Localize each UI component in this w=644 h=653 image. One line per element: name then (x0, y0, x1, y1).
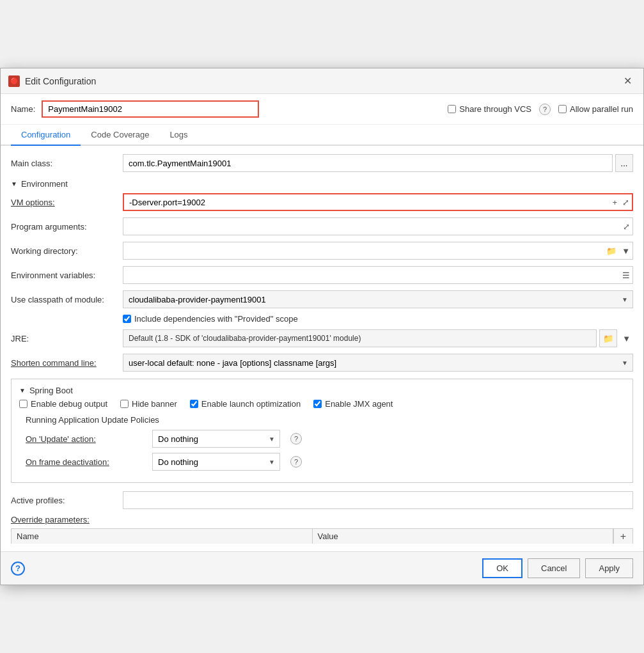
on-frame-label: On frame deactivation: (26, 457, 147, 467)
main-class-input[interactable] (123, 154, 613, 172)
edit-configuration-dialog: 🔴 Edit Configuration ✕ Name: Share throu… (0, 68, 644, 585)
env-variables-edit-icon[interactable]: ☰ (620, 269, 632, 281)
override-value-col: Value (313, 529, 614, 544)
shorten-cmd-select-wrapper: user-local default: none - java [options… (123, 354, 633, 372)
environment-arrow[interactable]: ▼ (11, 180, 17, 187)
enable-debug-label[interactable]: Enable debug output (19, 399, 107, 409)
working-directory-folder-icon[interactable]: 📁 (604, 245, 619, 257)
active-profiles-input[interactable] (123, 491, 633, 509)
shorten-cmd-row: Shorten command line: user-local default… (11, 353, 633, 372)
dialog-title: Edit Configuration (25, 76, 96, 86)
vm-options-expand-icon[interactable]: ⤢ (620, 196, 632, 208)
hide-banner-checkbox[interactable] (120, 400, 129, 408)
bottom-bar: ? OK Cancel Apply (1, 551, 643, 585)
close-button[interactable]: ✕ (620, 74, 636, 88)
include-deps-row: Include dependencies with "Provided" sco… (123, 314, 633, 324)
on-update-select-container: Do nothingUpdate classes and resourcesHo… (152, 430, 280, 448)
ok-button[interactable]: OK (482, 558, 522, 578)
enable-jmx-label[interactable]: Enable JMX agent (313, 399, 393, 409)
working-directory-row: Working directory: 📁 ▼ (11, 241, 633, 260)
on-frame-row: On frame deactivation: Do nothingUpdate … (26, 453, 625, 471)
cancel-button[interactable]: Cancel (528, 558, 580, 578)
title-bar-left: 🔴 Edit Configuration (8, 75, 96, 87)
vm-options-label: VM options: (11, 198, 123, 207)
enable-launch-label[interactable]: Enable launch optimization (190, 399, 301, 409)
on-update-help-icon[interactable]: ? (290, 433, 302, 445)
program-arguments-input[interactable] (123, 219, 620, 234)
spring-boot-label: Spring Boot (29, 386, 73, 395)
enable-jmx-checkbox[interactable] (313, 400, 322, 408)
name-label: Name: (11, 104, 35, 114)
main-class-browse-button[interactable]: ... (615, 154, 633, 172)
running-policies-label: Running Application Update Policies (26, 415, 625, 425)
jre-label: JRE: (11, 334, 123, 343)
include-deps-label[interactable]: Include dependencies with "Provided" sco… (123, 314, 298, 324)
classpath-label: Use classpath of module: (11, 295, 123, 304)
vm-options-row: VM options: + ⤢ (11, 193, 633, 212)
working-directory-label: Working directory: (11, 246, 123, 256)
working-directory-input[interactable] (123, 244, 604, 258)
on-frame-help-icon[interactable]: ? (290, 456, 302, 468)
jre-select-container: Default (1.8 - SDK of 'cloudalibaba-prov… (123, 329, 633, 347)
share-help-icon[interactable]: ? (539, 104, 551, 115)
program-arguments-container: ⤢ (123, 217, 633, 235)
environment-section-header: ▼ Environment (11, 179, 633, 189)
tab-logs[interactable]: Logs (159, 125, 198, 146)
jre-folder-icon[interactable]: 📁 (599, 329, 617, 347)
jre-dropdown-icon[interactable]: ▼ (620, 333, 633, 345)
bottom-buttons: OK Cancel Apply (482, 558, 633, 578)
shorten-cmd-select[interactable]: user-local default: none - java [options… (123, 354, 633, 372)
spring-boot-section: ▼ Spring Boot Enable debug output Hide b… (11, 379, 633, 483)
vm-options-add-icon[interactable]: + (609, 196, 620, 208)
allow-parallel-checkbox[interactable] (558, 105, 567, 113)
main-class-row: Main class: ... (11, 153, 633, 173)
program-arguments-label: Program arguments: (11, 222, 123, 232)
content-area: Main class: ... ▼ Environment VM options… (1, 146, 643, 551)
on-frame-select[interactable]: Do nothingUpdate classes and resourcesHo… (152, 453, 280, 471)
on-frame-select-container: Do nothingUpdate classes and resourcesHo… (152, 453, 280, 471)
working-directory-container: 📁 ▼ (123, 242, 633, 260)
enable-debug-checkbox[interactable] (19, 400, 27, 408)
main-class-label: Main class: (11, 159, 123, 168)
app-icon: 🔴 (8, 75, 20, 87)
hide-banner-label[interactable]: Hide banner (120, 399, 177, 409)
title-bar: 🔴 Edit Configuration ✕ (1, 68, 643, 94)
name-input[interactable] (42, 100, 259, 118)
jre-row: JRE: Default (1.8 - SDK of 'cloudalibaba… (11, 329, 633, 348)
program-arguments-expand-icon[interactable]: ⤢ (620, 221, 632, 233)
override-params-table: Name Value + (11, 528, 633, 544)
share-vcs-label[interactable]: Share through VCS (448, 104, 531, 114)
working-directory-dropdown-icon[interactable]: ▼ (619, 245, 632, 257)
tab-code-coverage[interactable]: Code Coverage (81, 125, 159, 146)
classpath-row: Use classpath of module: cloudalibaba-pr… (11, 290, 633, 309)
apply-button[interactable]: Apply (585, 558, 633, 578)
running-policies: Running Application Update Policies On '… (26, 415, 625, 471)
include-deps-checkbox[interactable] (123, 315, 131, 323)
bottom-help-icon[interactable]: ? (11, 562, 25, 576)
on-update-select[interactable]: Do nothingUpdate classes and resourcesHo… (152, 430, 280, 448)
override-name-col: Name (12, 529, 313, 544)
env-variables-label: Environment variables: (11, 271, 123, 280)
active-profiles-row: Active profiles: (11, 491, 633, 510)
tab-configuration[interactable]: Configuration (11, 125, 81, 146)
share-vcs-checkbox[interactable] (448, 105, 456, 113)
environment-label: Environment (21, 179, 68, 189)
env-variables-container: ☰ (123, 266, 633, 284)
tabs-bar: Configuration Code Coverage Logs (1, 125, 643, 146)
override-params-label: Override parameters: (11, 515, 633, 524)
enable-launch-checkbox[interactable] (190, 400, 198, 408)
on-update-label: On 'Update' action: (26, 434, 147, 444)
allow-parallel-label[interactable]: Allow parallel run (558, 104, 633, 114)
program-arguments-row: Program arguments: ⤢ (11, 217, 633, 236)
override-add-button[interactable]: + (613, 529, 632, 544)
main-class-input-container: ... (123, 154, 633, 172)
spring-boot-arrow[interactable]: ▼ (19, 387, 26, 394)
vm-options-container: + ⤢ (123, 193, 633, 211)
spring-boot-header: ▼ Spring Boot (19, 386, 625, 395)
name-row: Name: Share through VCS ? Allow parallel… (1, 94, 643, 125)
env-variables-input[interactable] (123, 268, 620, 283)
jre-select[interactable]: Default (1.8 - SDK of 'cloudalibaba-prov… (123, 329, 597, 347)
name-row-right: Share through VCS ? Allow parallel run (448, 104, 633, 115)
vm-options-input[interactable] (124, 195, 609, 210)
classpath-select[interactable]: cloudalibaba-provider-payment19001 (123, 290, 633, 308)
